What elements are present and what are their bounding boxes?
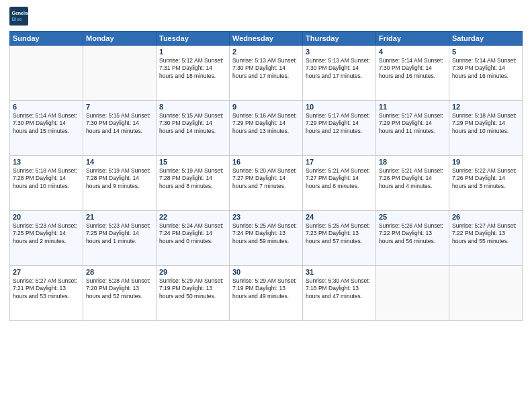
day-info: Sunrise: 5:29 AM Sunset: 7:19 PM Dayligh… (232, 277, 300, 300)
day-number: 9 (232, 103, 300, 111)
day-info: Sunrise: 5:18 AM Sunset: 7:29 PM Dayligh… (452, 112, 519, 135)
day-info: Sunrise: 5:15 AM Sunset: 7:30 PM Dayligh… (86, 112, 153, 135)
calendar: SundayMondayTuesdayWednesdayThursdayFrid… (9, 31, 523, 321)
page: General Blue SundayMondayTuesdayWednesda… (0, 0, 532, 411)
day-number: 31 (306, 268, 373, 276)
day-info: Sunrise: 5:16 AM Sunset: 7:29 PM Dayligh… (232, 112, 300, 135)
weekday-header: Thursday (303, 32, 376, 46)
calendar-cell: 12Sunrise: 5:18 AM Sunset: 7:29 PM Dayli… (449, 101, 523, 156)
calendar-cell: 18Sunrise: 5:21 AM Sunset: 7:26 PM Dayli… (376, 156, 449, 211)
calendar-cell: 28Sunrise: 5:28 AM Sunset: 7:20 PM Dayli… (83, 266, 157, 321)
calendar-header-row: SundayMondayTuesdayWednesdayThursdayFrid… (10, 32, 523, 46)
calendar-cell: 24Sunrise: 5:25 AM Sunset: 7:23 PM Dayli… (303, 211, 376, 266)
day-number: 5 (452, 48, 519, 56)
svg-text:Blue: Blue (12, 17, 22, 21)
svg-rect-0 (9, 7, 28, 26)
calendar-cell: 21Sunrise: 5:23 AM Sunset: 7:25 PM Dayli… (83, 211, 157, 266)
calendar-cell: 1Sunrise: 5:12 AM Sunset: 7:31 PM Daylig… (157, 46, 230, 101)
calendar-week-row: 1Sunrise: 5:12 AM Sunset: 7:31 PM Daylig… (10, 46, 523, 101)
day-info: Sunrise: 5:19 AM Sunset: 7:28 PM Dayligh… (159, 167, 226, 190)
calendar-cell: 26Sunrise: 5:27 AM Sunset: 7:22 PM Dayli… (449, 211, 523, 266)
day-info: Sunrise: 5:18 AM Sunset: 7:28 PM Dayligh… (13, 167, 80, 190)
day-number: 22 (159, 213, 226, 221)
weekday-header: Friday (376, 32, 449, 46)
calendar-cell (83, 46, 157, 101)
calendar-cell: 7Sunrise: 5:15 AM Sunset: 7:30 PM Daylig… (83, 101, 157, 156)
weekday-header: Sunday (10, 32, 83, 46)
day-info: Sunrise: 5:27 AM Sunset: 7:21 PM Dayligh… (13, 277, 80, 300)
calendar-week-row: 20Sunrise: 5:23 AM Sunset: 7:25 PM Dayli… (10, 211, 523, 266)
day-info: Sunrise: 5:25 AM Sunset: 7:24 PM Dayligh… (232, 222, 300, 245)
weekday-header: Saturday (449, 32, 523, 46)
calendar-cell: 25Sunrise: 5:26 AM Sunset: 7:22 PM Dayli… (376, 211, 449, 266)
calendar-cell: 19Sunrise: 5:22 AM Sunset: 7:26 PM Dayli… (449, 156, 523, 211)
day-number: 24 (306, 213, 373, 221)
day-number: 8 (159, 103, 226, 111)
calendar-cell: 29Sunrise: 5:29 AM Sunset: 7:19 PM Dayli… (157, 266, 230, 321)
calendar-cell: 8Sunrise: 5:15 AM Sunset: 7:30 PM Daylig… (157, 101, 230, 156)
day-number: 27 (13, 268, 80, 276)
day-number: 21 (86, 213, 153, 221)
day-info: Sunrise: 5:13 AM Sunset: 7:30 PM Dayligh… (232, 57, 300, 80)
day-number: 14 (86, 158, 153, 166)
day-info: Sunrise: 5:29 AM Sunset: 7:19 PM Dayligh… (159, 277, 226, 300)
day-number: 20 (13, 213, 80, 221)
day-info: Sunrise: 5:27 AM Sunset: 7:22 PM Dayligh… (452, 222, 519, 245)
day-number: 16 (232, 158, 300, 166)
day-info: Sunrise: 5:13 AM Sunset: 7:30 PM Dayligh… (306, 57, 373, 80)
day-info: Sunrise: 5:20 AM Sunset: 7:27 PM Dayligh… (232, 167, 300, 190)
day-info: Sunrise: 5:30 AM Sunset: 7:18 PM Dayligh… (306, 277, 373, 300)
day-info: Sunrise: 5:14 AM Sunset: 7:30 PM Dayligh… (13, 112, 80, 135)
header: General Blue (9, 7, 523, 26)
day-number: 12 (452, 103, 519, 111)
day-number: 29 (159, 268, 226, 276)
day-info: Sunrise: 5:14 AM Sunset: 7:30 PM Dayligh… (452, 57, 519, 80)
logo: General Blue (9, 7, 31, 26)
day-info: Sunrise: 5:23 AM Sunset: 7:25 PM Dayligh… (86, 222, 153, 245)
day-info: Sunrise: 5:14 AM Sunset: 7:30 PM Dayligh… (379, 57, 446, 80)
calendar-cell: 10Sunrise: 5:17 AM Sunset: 7:29 PM Dayli… (303, 101, 376, 156)
day-number: 30 (232, 268, 300, 276)
calendar-cell: 11Sunrise: 5:17 AM Sunset: 7:29 PM Dayli… (376, 101, 449, 156)
day-number: 7 (86, 103, 153, 111)
day-info: Sunrise: 5:21 AM Sunset: 7:27 PM Dayligh… (306, 167, 373, 190)
day-number: 25 (379, 213, 446, 221)
calendar-cell: 16Sunrise: 5:20 AM Sunset: 7:27 PM Dayli… (230, 156, 303, 211)
calendar-cell: 6Sunrise: 5:14 AM Sunset: 7:30 PM Daylig… (10, 101, 83, 156)
day-number: 11 (379, 103, 446, 111)
calendar-cell: 22Sunrise: 5:24 AM Sunset: 7:24 PM Dayli… (157, 211, 230, 266)
day-number: 17 (306, 158, 373, 166)
weekday-header: Wednesday (230, 32, 303, 46)
calendar-cell: 9Sunrise: 5:16 AM Sunset: 7:29 PM Daylig… (230, 101, 303, 156)
day-info: Sunrise: 5:23 AM Sunset: 7:25 PM Dayligh… (13, 222, 80, 245)
day-info: Sunrise: 5:22 AM Sunset: 7:26 PM Dayligh… (452, 167, 519, 190)
calendar-cell (10, 46, 83, 101)
calendar-cell: 15Sunrise: 5:19 AM Sunset: 7:28 PM Dayli… (157, 156, 230, 211)
calendar-cell: 31Sunrise: 5:30 AM Sunset: 7:18 PM Dayli… (303, 266, 376, 321)
logo-icon: General Blue (9, 7, 28, 26)
calendar-cell: 13Sunrise: 5:18 AM Sunset: 7:28 PM Dayli… (10, 156, 83, 211)
calendar-cell (376, 266, 449, 321)
calendar-cell: 5Sunrise: 5:14 AM Sunset: 7:30 PM Daylig… (449, 46, 523, 101)
calendar-cell: 4Sunrise: 5:14 AM Sunset: 7:30 PM Daylig… (376, 46, 449, 101)
calendar-cell: 14Sunrise: 5:19 AM Sunset: 7:28 PM Dayli… (83, 156, 157, 211)
day-info: Sunrise: 5:19 AM Sunset: 7:28 PM Dayligh… (86, 167, 153, 190)
calendar-cell: 17Sunrise: 5:21 AM Sunset: 7:27 PM Dayli… (303, 156, 376, 211)
day-info: Sunrise: 5:25 AM Sunset: 7:23 PM Dayligh… (306, 222, 373, 245)
day-number: 6 (13, 103, 80, 111)
weekday-header: Tuesday (157, 32, 230, 46)
calendar-week-row: 13Sunrise: 5:18 AM Sunset: 7:28 PM Dayli… (10, 156, 523, 211)
day-info: Sunrise: 5:24 AM Sunset: 7:24 PM Dayligh… (159, 222, 226, 245)
day-number: 28 (86, 268, 153, 276)
day-info: Sunrise: 5:12 AM Sunset: 7:31 PM Dayligh… (159, 57, 226, 80)
day-info: Sunrise: 5:17 AM Sunset: 7:29 PM Dayligh… (379, 112, 446, 135)
day-number: 3 (306, 48, 373, 56)
day-number: 18 (379, 158, 446, 166)
day-number: 15 (159, 158, 226, 166)
day-number: 19 (452, 158, 519, 166)
day-info: Sunrise: 5:21 AM Sunset: 7:26 PM Dayligh… (379, 167, 446, 190)
day-info: Sunrise: 5:15 AM Sunset: 7:30 PM Dayligh… (159, 112, 226, 135)
day-info: Sunrise: 5:26 AM Sunset: 7:22 PM Dayligh… (379, 222, 446, 245)
calendar-week-row: 6Sunrise: 5:14 AM Sunset: 7:30 PM Daylig… (10, 101, 523, 156)
day-number: 23 (232, 213, 300, 221)
